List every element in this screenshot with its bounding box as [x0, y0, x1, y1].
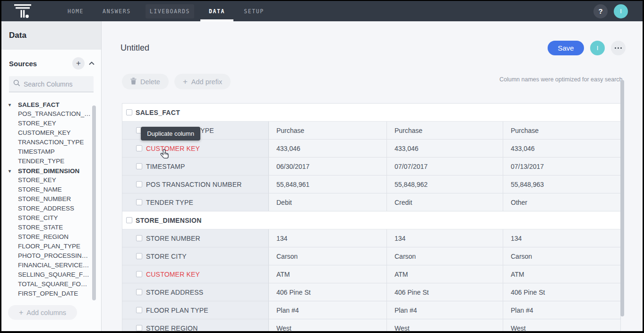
sample-value-cell: West	[269, 319, 387, 331]
main-panel: Untitled Save I Delete + Add pr	[102, 21, 643, 331]
tree-column-store-state[interactable]: STORE_STATE	[9, 223, 101, 232]
chevron-up-icon[interactable]	[89, 61, 94, 65]
table-row-store-address: STORE ADDRESS406 Pine St406 Pine St406 P…	[122, 283, 620, 301]
row-checkbox[interactable]	[136, 325, 142, 331]
tree-column-timestamp[interactable]: TIMESTAMP	[9, 147, 101, 157]
tree-column-floor-plan-type[interactable]: FLOOR_PLAN_TYPE	[9, 242, 101, 251]
page-title[interactable]: Untitled	[120, 43, 149, 53]
column-name-label: TIMESTAMP	[146, 163, 185, 170]
row-checkbox[interactable]	[136, 271, 142, 277]
add-prefix-button[interactable]: + Add prefix	[174, 74, 231, 89]
sample-value-cell: Plan #4	[503, 301, 620, 319]
help-button[interactable]: ?	[593, 4, 608, 18]
column-name-cell[interactable]: CUSTOMER KEY	[122, 140, 269, 157]
tree-column-store-name[interactable]: STORE_NAME	[9, 185, 101, 194]
row-checkbox[interactable]	[136, 307, 142, 313]
sample-value-cell: Carson	[503, 247, 620, 265]
save-button[interactable]: Save	[548, 41, 584, 55]
author-avatar[interactable]: I	[590, 41, 605, 55]
row-checkbox[interactable]	[136, 181, 142, 187]
nav-tab-setup[interactable]: SETUP	[244, 1, 264, 21]
column-name-cell[interactable]: TIMESTAMP	[122, 158, 269, 175]
cursor-pointer	[160, 149, 171, 163]
table-scrollbar[interactable]	[620, 80, 624, 316]
section-checkbox[interactable]	[126, 109, 132, 115]
sample-value-cell: ATM	[387, 265, 503, 283]
user-avatar[interactable]: I	[614, 4, 628, 18]
duplicate-column-tooltip: Duplicate column	[141, 127, 200, 140]
add-prefix-label: Add prefix	[191, 78, 222, 86]
sample-value-cell: 406 Pine St	[387, 283, 503, 301]
sample-value-cell: 07/13/2017	[503, 158, 620, 175]
tree-column-photo-processin[interactable]: PHOTO_PROCESSIN…	[9, 251, 101, 261]
delete-button[interactable]: Delete	[122, 74, 169, 89]
tree-column-pos-transaction[interactable]: POS_TRANSACTION_…	[9, 109, 101, 119]
section-name: SALES_FACT	[136, 109, 180, 116]
column-name-cell[interactable]: STORE CITY	[122, 247, 269, 265]
caret-down-icon: ▾	[9, 168, 18, 174]
tree-column-selling-square-f[interactable]: SELLING_SQUARE_F…	[9, 270, 101, 280]
sample-value-cell: Purchase	[503, 122, 620, 139]
more-options-button[interactable]	[611, 41, 626, 55]
sample-value-cell: 06/30/2017	[269, 158, 387, 175]
tree-column-store-address[interactable]: STORE_ADDRESS	[9, 204, 101, 213]
column-name-cell[interactable]: POS TRANSACTION NUMBER	[122, 175, 269, 193]
tree-column-transaction-type[interactable]: TRANSACTION_TYPE	[9, 138, 101, 147]
tree-column-total-square-fo[interactable]: TOTAL_SQUARE_FO…	[9, 280, 101, 289]
nav-tab-home[interactable]: HOME	[68, 1, 84, 21]
nav-tab-data[interactable]: DATA	[209, 1, 225, 21]
table-row-store-number: STORE NUMBER134134134	[122, 229, 620, 247]
tree-column-store-key[interactable]: STORE_KEY	[9, 119, 101, 128]
tree-column-tender-type[interactable]: TENDER_TYPE	[9, 157, 101, 166]
sources-tree: ▾SALES_FACTPOS_TRANSACTION_…STORE_KEYCUS…	[1, 100, 101, 298]
table-section-store-dimension: STORE_DIMENSION	[122, 211, 620, 229]
tree-table-label: SALES_FACT	[18, 101, 60, 108]
column-name-cell[interactable]: CUSTOMER KEY	[122, 265, 269, 283]
sample-value-cell: Purchase	[269, 122, 387, 139]
tree-column-financial-service[interactable]: FINANCIAL_SERVICE…	[9, 261, 101, 270]
column-name-label: CUSTOMER KEY	[146, 145, 200, 152]
row-checkbox[interactable]	[136, 235, 142, 241]
sample-value-cell: 55,848,963	[503, 175, 620, 193]
tree-table-store-dimension[interactable]: ▾STORE_DIMENSION	[9, 166, 101, 175]
row-checkbox[interactable]	[136, 145, 142, 151]
column-name-cell[interactable]: STORE ADDRESS	[122, 283, 269, 301]
sample-value-cell: Credit	[387, 193, 503, 211]
sample-value-cell: Debit	[269, 193, 387, 211]
row-checkbox[interactable]	[136, 199, 142, 205]
row-checkbox[interactable]	[136, 289, 142, 295]
tree-column-store-key[interactable]: STORE_KEY	[9, 175, 101, 185]
column-name-cell[interactable]: STORE NUMBER	[122, 229, 269, 247]
section-checkbox[interactable]	[126, 217, 132, 223]
sample-value-cell: Plan #4	[387, 301, 503, 319]
add-source-button[interactable]: +	[72, 57, 85, 70]
plus-icon: +	[183, 77, 188, 87]
tree-column-store-city[interactable]: STORE_CITY	[9, 213, 101, 223]
app-window: HOMEANSWERSLIVEBOARDSDATASETUP ? I Data …	[0, 0, 644, 333]
delete-label: Delete	[140, 78, 160, 86]
tree-column-customer-key[interactable]: CUSTOMER_KEY	[9, 128, 101, 138]
table-row-customer-key: CUSTOMER KEYATMATMATM	[122, 265, 620, 283]
table-row-floor-plan-type: FLOOR PLAN TYPEPlan #4Plan #4Plan #4	[122, 301, 620, 319]
row-checkbox[interactable]	[136, 253, 142, 259]
thoughtspot-logo-icon[interactable]	[14, 4, 32, 18]
nav-tab-answers[interactable]: ANSWERS	[103, 1, 131, 21]
search-columns-input[interactable]	[24, 80, 85, 88]
tree-column-first-open-date[interactable]: FIRST_OPEN_DATE	[9, 289, 101, 298]
column-name-cell[interactable]: TENDER TYPE	[122, 193, 269, 211]
sample-value-cell: 406 Pine St	[269, 283, 387, 301]
optimized-note: Column names were optimized for easy sea…	[499, 76, 624, 83]
sample-value-cell: West	[387, 319, 503, 331]
tree-column-store-number[interactable]: STORE_NUMBER	[9, 194, 101, 204]
sample-value-cell: 07/07/2017	[387, 158, 503, 175]
column-name-cell[interactable]: STORE REGION	[122, 319, 269, 331]
sidebar-scrollbar[interactable]	[92, 105, 96, 300]
nav-tab-liveboards[interactable]: LIVEBOARDS	[146, 4, 194, 18]
column-name-label: STORE REGION	[146, 324, 198, 332]
tree-table-sales-fact[interactable]: ▾SALES_FACT	[9, 100, 101, 109]
table-row-timestamp: TIMESTAMP06/30/201707/07/201707/13/2017	[122, 158, 620, 175]
column-name-cell[interactable]: FLOOR PLAN TYPE	[122, 301, 269, 319]
row-checkbox[interactable]	[136, 163, 142, 169]
tree-column-store-region[interactable]: STORE_REGION	[9, 232, 101, 242]
add-columns-button[interactable]: + Add columns	[8, 305, 77, 320]
